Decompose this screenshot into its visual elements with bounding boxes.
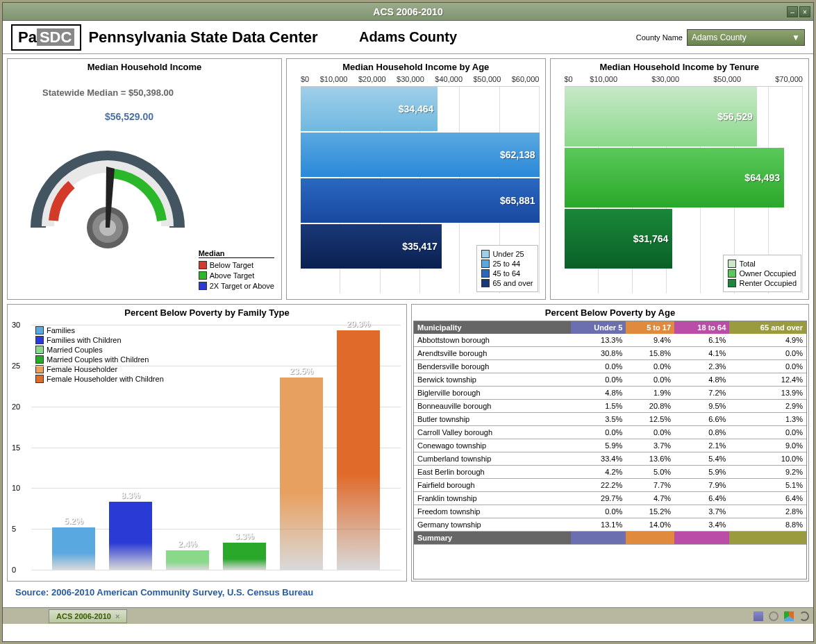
tenure-chart-title: Median Household Income by Tenure	[551, 59, 809, 75]
age-chart-panel: Median Household Income by Age $0$10,000…	[286, 58, 546, 300]
hbar: $56,529	[565, 87, 803, 146]
table-header[interactable]: 65 and over	[729, 321, 806, 334]
table-row[interactable]: Carroll Valley borough0.0%0.0%0.8%0.0%	[414, 426, 806, 439]
close-button[interactable]: ×	[799, 6, 810, 17]
hbar: $34,464	[301, 87, 540, 131]
table-row[interactable]: Germany township13.1%14.0%3.4%8.8%	[414, 518, 806, 532]
minimize-button[interactable]: –	[787, 6, 798, 17]
table-header[interactable]: 5 to 17	[626, 321, 674, 334]
grid-icon[interactable]	[753, 611, 763, 621]
summary-row[interactable]: Summary	[414, 532, 806, 545]
hbar: $64,493	[565, 148, 803, 207]
status-icons	[753, 611, 809, 621]
table-row[interactable]: East Berlin borough4.2%5.0%5.9%9.2%	[414, 466, 806, 479]
table-header[interactable]: 18 to 64	[674, 321, 729, 334]
county-title: Adams County	[359, 29, 457, 45]
chevron-down-icon: ▼	[792, 33, 800, 42]
gauge-note: Statewide Median = $50,398.00	[42, 87, 174, 98]
vbar: 3.3%	[223, 543, 266, 570]
gauge-panel: Median Household Income Statewide Median…	[7, 58, 282, 300]
county-picker: County Name Adams County ▼	[636, 29, 805, 46]
county-select[interactable]: Adams County ▼	[687, 29, 805, 46]
logo: PaSDC	[11, 24, 81, 51]
table-row[interactable]: Franklin township29.7%4.7%6.4%6.4%	[414, 492, 806, 505]
table-header[interactable]: Under 5	[571, 321, 626, 334]
close-tab-icon[interactable]: ×	[115, 612, 119, 620]
family-chart-panel: Percent Below Poverty by Family Type Fam…	[7, 304, 407, 582]
age-chart-title: Median Household Income by Age	[287, 59, 545, 75]
table-row[interactable]: Biglerville borough4.8%1.9%7.2%13.9%	[414, 387, 806, 400]
header: PaSDC Pennsylvania State Data Center Ada…	[3, 21, 813, 54]
table-row[interactable]: Cumberland township33.4%13.6%5.4%10.0%	[414, 452, 806, 466]
hbar: $65,881	[301, 178, 540, 223]
app-window: ACS 2006-2010 – × PaSDC Pennsylvania Sta…	[2, 2, 814, 642]
chart-icon[interactable]	[784, 611, 794, 621]
table-row[interactable]: Bendersville borough0.0%0.0%2.3%0.0%	[414, 360, 806, 373]
hbar: $62,138	[301, 133, 540, 177]
tenure-chart-panel: Median Household Income by Tenure $0$10,…	[550, 58, 810, 300]
table-row[interactable]: Arendtsville borough30.8%15.8%4.1%0.0%	[414, 347, 806, 360]
poverty-table-panel: Percent Below Poverty by Age Municipalit…	[411, 304, 809, 582]
vbar: 8.3%	[109, 502, 152, 570]
poverty-table: MunicipalityUnder 55 to 1718 to 6465 and…	[414, 321, 806, 545]
picker-label: County Name	[636, 33, 683, 42]
refresh-icon[interactable]	[799, 611, 809, 621]
titlebar: ACS 2006-2010 – ×	[3, 3, 813, 21]
table-row[interactable]: Butler township3.5%12.5%6.6%1.3%	[414, 413, 806, 426]
table-row[interactable]: Conewago township5.9%3.7%2.1%9.0%	[414, 439, 806, 452]
gauge-title: Median Household Income	[8, 59, 281, 75]
gauge-legend: Median Below TargetAbove Target2X Target…	[199, 249, 274, 292]
table-header[interactable]: Municipality	[414, 321, 571, 334]
table-row[interactable]: Freedom township0.0%15.2%3.7%2.8%	[414, 505, 806, 518]
table-row[interactable]: Berwick township0.0%0.0%4.8%12.4%	[414, 373, 806, 387]
vbar: 23.5%	[280, 378, 323, 570]
vbar: 29.3%	[337, 330, 380, 570]
statusbar: ACS 2006-2010 ×	[3, 607, 813, 624]
source-text: Source: 2006-2010 American Community Sur…	[7, 582, 809, 603]
age-legend: Under 2525 to 4445 to 6465 and over	[476, 245, 538, 292]
family-chart-title: Percent Below Poverty by Family Type	[8, 305, 406, 321]
vbar: 5.2%	[52, 527, 95, 570]
table-row[interactable]: Abbottstown borough13.3%9.4%6.1%4.9%	[414, 334, 806, 347]
table-row[interactable]: Fairfield borough22.2%7.7%7.9%5.1%	[414, 479, 806, 492]
poverty-table-scroll[interactable]: MunicipalityUnder 55 to 1718 to 6465 and…	[413, 321, 807, 579]
search-icon[interactable]	[769, 611, 778, 621]
table-row[interactable]: Bonneauville borough1.5%20.8%9.5%2.9%	[414, 400, 806, 413]
sheet-tab[interactable]: ACS 2006-2010 ×	[49, 609, 127, 623]
gauge-chart	[17, 103, 198, 269]
vbar: 2.4%	[166, 550, 209, 570]
poverty-table-title: Percent Below Poverty by Age	[412, 305, 808, 321]
tenure-legend: TotalOwner OccupiedRenter Occupied	[723, 255, 801, 292]
window-title: ACS 2006-2010	[373, 6, 442, 17]
org-title: Pennsylvania State Data Center	[88, 28, 317, 46]
